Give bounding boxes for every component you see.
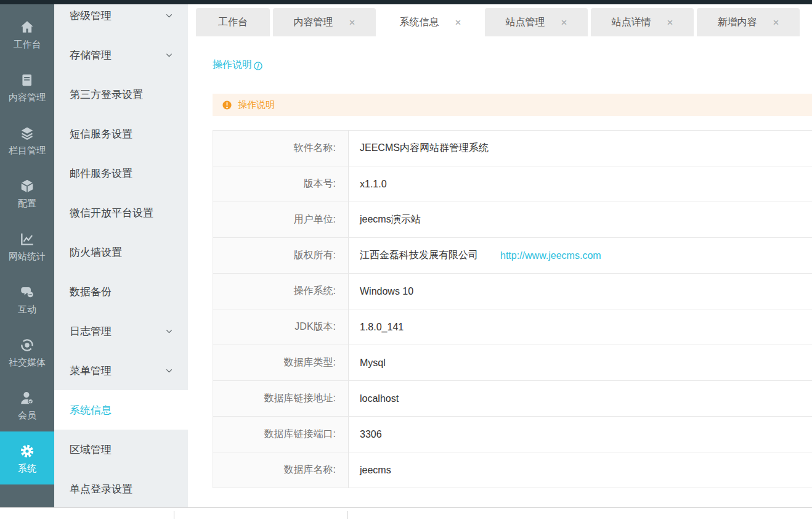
tab-label: 系统信息 xyxy=(400,16,439,29)
tab-label: 站点管理 xyxy=(506,16,545,29)
row-value: 1.8.0_141 xyxy=(360,322,404,333)
menu-item-region[interactable]: 区域管理 xyxy=(54,430,188,469)
sidebar-item-label: 会员 xyxy=(18,411,36,420)
table-row: 数据库类型: Mysql xyxy=(213,345,812,381)
sidebar-item-config[interactable]: 配置 xyxy=(0,166,54,219)
row-label: 操作系统: xyxy=(213,274,349,309)
alert-text: 操作说明 xyxy=(238,99,275,111)
sidebar-item-label: 配置 xyxy=(18,198,36,208)
tab-label: 内容管理 xyxy=(294,16,333,29)
sidebar-item-label: 工作台 xyxy=(14,39,41,49)
row-label: 数据库链接端口: xyxy=(213,417,349,452)
table-row: 软件名称: JEECMS内容网站群管理系统 xyxy=(213,131,812,166)
row-value-cell: JEECMS内容网站群管理系统 xyxy=(349,131,812,166)
menu-item-firewall[interactable]: 防火墙设置 xyxy=(54,232,188,272)
sidebar-item-social[interactable]: 社交媒体 xyxy=(0,325,54,378)
row-value-cell: x1.1.0 xyxy=(349,166,812,202)
sidebar-item-label: 栏目管理 xyxy=(9,145,46,155)
sidebar-item-workbench[interactable]: 工作台 xyxy=(0,7,54,60)
chevron-down-icon xyxy=(164,50,174,60)
chevron-down-icon xyxy=(164,326,174,337)
sidebar-item-icon xyxy=(19,231,35,247)
sidebar-item-icon xyxy=(19,337,35,353)
chevron-down-icon xyxy=(164,366,174,376)
main-content: 工作台 内容管理 × 系统信息 × 站点管理 × 站点详情 × 新增内容 × xyxy=(188,4,812,507)
menu-item-label: 单点登录设置 xyxy=(70,482,132,496)
sidebar-item-label: 系统 xyxy=(18,464,36,473)
menu-item-data-backup[interactable]: 数据备份 xyxy=(54,272,188,311)
menu-item-sso[interactable]: 单点登录设置 xyxy=(54,469,188,507)
row-label: 数据库类型: xyxy=(213,345,349,380)
sidebar-item-icon xyxy=(19,178,35,194)
tab-label: 新增内容 xyxy=(718,16,757,29)
menu-item-mail[interactable]: 邮件服务设置 xyxy=(54,153,188,193)
row-value: 3306 xyxy=(360,429,382,440)
menu-item-label: 日志管理 xyxy=(70,324,112,338)
tab-bar: 工作台 内容管理 × 系统信息 × 站点管理 × 站点详情 × 新增内容 × xyxy=(188,4,812,36)
row-value: JEECMS内容网站群管理系统 xyxy=(360,142,489,155)
tab-system-info[interactable]: 系统信息 × xyxy=(379,8,482,36)
menu-item-label: 微信开放平台设置 xyxy=(70,206,153,220)
sidebar-item-content[interactable]: 内容管理 xyxy=(0,60,54,113)
help-link[interactable]: 操作说明 xyxy=(213,59,263,72)
sidebar-item-member[interactable]: 会员 xyxy=(0,378,54,431)
alert-exclamation-icon xyxy=(222,100,232,110)
row-label: 版权所有: xyxy=(213,238,349,273)
sidebar-item-icon xyxy=(19,72,35,88)
tab-content[interactable]: 内容管理 × xyxy=(273,8,376,36)
row-value-cell: Windows 10 xyxy=(349,274,812,309)
tab-label: 工作台 xyxy=(218,16,248,29)
row-value-cell: 1.8.0_141 xyxy=(349,309,812,345)
table-row: 版权所有: 江西金磊科技发展有限公司 http://www.jeecms.com xyxy=(213,238,812,274)
tab-close-icon[interactable]: × xyxy=(667,17,673,28)
sidebar-item-interaction[interactable]: 互动 xyxy=(0,272,54,325)
table-row: 版本号: x1.1.0 xyxy=(213,166,812,202)
menu-item-label: 防火墙设置 xyxy=(70,245,122,260)
row-value: localhost xyxy=(360,393,399,404)
tab-site-management[interactable]: 站点管理 × xyxy=(485,8,588,36)
menu-item-wechat-open[interactable]: 微信开放平台设置 xyxy=(54,193,188,232)
sidebar-item-label: 网站统计 xyxy=(9,251,46,261)
system-info-table: 软件名称: JEECMS内容网站群管理系统 版本号: x1.1.0 用户单位: … xyxy=(213,130,812,488)
menu-item-label: 邮件服务设置 xyxy=(70,166,132,181)
tab-close-icon[interactable]: × xyxy=(455,17,461,28)
menu-item-storage[interactable]: 存储管理 xyxy=(54,35,188,75)
table-row: 数据库链接地址: localhost xyxy=(213,381,812,417)
sidebar-item-system[interactable]: 系统 xyxy=(0,431,54,484)
menu-item-sms[interactable]: 短信服务设置 xyxy=(54,114,188,153)
table-row: 操作系统: Windows 10 xyxy=(213,274,812,309)
menu-item-third-party-login[interactable]: 第三方登录设置 xyxy=(54,75,188,114)
footer-divider xyxy=(347,511,347,519)
menu-item-menu[interactable]: 菜单管理 xyxy=(54,351,188,390)
table-row: 用户单位: jeecms演示站 xyxy=(213,202,812,238)
footer-strip xyxy=(0,507,812,519)
secondary-sidebar: 密级管理 存储管理 第三方登录设置 短信服务设置 邮件服务设置 微信开放平台设置… xyxy=(54,4,188,507)
row-value: x1.1.0 xyxy=(360,179,387,190)
menu-item-label: 系统信息 xyxy=(70,403,112,417)
sidebar-item-stats[interactable]: 网站统计 xyxy=(0,219,54,272)
sidebar-item-icon xyxy=(19,284,35,300)
tab-close-icon[interactable]: × xyxy=(561,17,567,28)
menu-item-log[interactable]: 日志管理 xyxy=(54,311,188,351)
menu-item-label: 菜单管理 xyxy=(70,364,112,378)
row-value: jeecms演示站 xyxy=(360,213,421,226)
tab-site-detail[interactable]: 站点详情 × xyxy=(591,8,694,36)
sidebar-item-icon xyxy=(19,443,35,459)
menu-item-label: 数据备份 xyxy=(70,285,112,299)
row-label: 软件名称: xyxy=(213,131,349,166)
tab-label: 站点详情 xyxy=(612,16,651,29)
tab-close-icon[interactable]: × xyxy=(773,17,779,28)
tab-close-icon[interactable]: × xyxy=(349,17,355,28)
menu-item-label: 密级管理 xyxy=(70,9,112,23)
tab-new-content[interactable]: 新增内容 × xyxy=(697,8,800,36)
menu-item-label: 短信服务设置 xyxy=(70,127,132,141)
row-label: JDK版本: xyxy=(213,309,349,345)
menu-item-security-level[interactable]: 密级管理 xyxy=(54,4,188,35)
sidebar-item-columns[interactable]: 栏目管理 xyxy=(0,113,54,166)
row-value-cell: localhost xyxy=(349,381,812,416)
menu-item-system-info[interactable]: 系统信息 xyxy=(54,390,188,430)
row-label: 数据库名称: xyxy=(213,452,349,488)
tab-workbench[interactable]: 工作台 xyxy=(196,8,270,36)
copyright-link[interactable]: http://www.jeecms.com xyxy=(500,250,601,261)
footer-divider xyxy=(174,511,174,519)
